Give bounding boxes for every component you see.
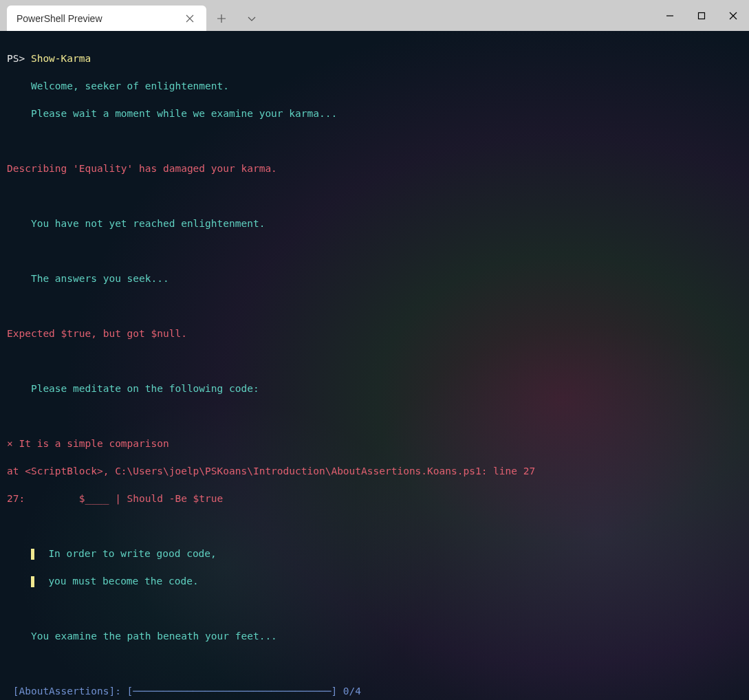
- new-tab-icon[interactable]: [213, 10, 230, 27]
- prompt: PS>: [7, 53, 31, 64]
- minimize-button[interactable]: [654, 0, 686, 31]
- output-line: Please wait a moment while we examine yo…: [7, 107, 742, 120]
- tab-dropdown-icon[interactable]: [243, 10, 260, 27]
- output-line: Please meditate on the following code:: [7, 382, 742, 395]
- quote-line: you must become the code.: [7, 574, 742, 588]
- svg-rect-0: [699, 12, 705, 19]
- error-line: Describing 'Equality' has damaged your k…: [7, 162, 742, 175]
- close-window-button[interactable]: [717, 0, 749, 31]
- terminal-window: PowerShell Preview PS> Show-Ka: [0, 0, 749, 700]
- titlebar: PowerShell Preview: [0, 0, 749, 31]
- quote-line: In order to write good code,: [7, 547, 742, 560]
- error-line: Expected $true, but got $null.: [7, 327, 742, 340]
- close-tab-icon[interactable]: [183, 12, 197, 25]
- tab-controls: [206, 6, 260, 31]
- test-line: × It is a simple comparison: [7, 437, 742, 450]
- tab-title: PowerShell Preview: [17, 13, 183, 24]
- quote-bar-icon: [31, 549, 34, 560]
- command-input: Show-Karma: [31, 53, 91, 64]
- window-controls: [654, 0, 749, 31]
- terminal-body[interactable]: PS> Show-Karma Welcome, seeker of enligh…: [0, 31, 749, 700]
- output-line: The answers you seek...: [7, 272, 742, 285]
- location-line: at <ScriptBlock>, C:\Users\joelp\PSKoans…: [7, 464, 742, 478]
- progress-line: [AboutAssertions]: [────────────────────…: [7, 684, 742, 698]
- output-line: You examine the path beneath your feet..…: [7, 629, 742, 643]
- tab-powershell[interactable]: PowerShell Preview: [7, 6, 206, 31]
- quote-bar-icon: [31, 576, 34, 587]
- output-line: You have not yet reached enlightenment.: [7, 217, 742, 230]
- code-line: 27: $____ | Should -Be $true: [7, 492, 742, 505]
- output-line: Welcome, seeker of enlightenment.: [7, 79, 742, 93]
- maximize-button[interactable]: [686, 0, 717, 31]
